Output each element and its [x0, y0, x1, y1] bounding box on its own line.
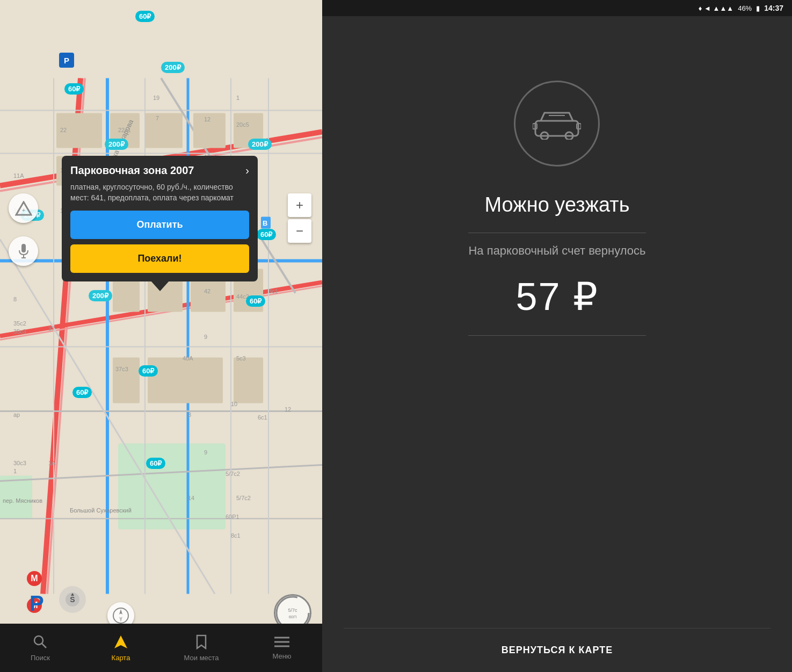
svg-text:7: 7: [156, 115, 159, 121]
zoom-out-button[interactable]: −: [288, 219, 311, 243]
nav-places-label: Мои места: [184, 654, 219, 662]
zoom-in-button[interactable]: +: [288, 193, 311, 217]
svg-text:60Р1: 60Р1: [226, 514, 239, 520]
car-svg-icon: [533, 107, 581, 140]
svg-marker-92: [119, 609, 122, 615]
bookmark-icon: [195, 634, 208, 652]
svg-text:8: 8: [13, 296, 17, 302]
amount-display: 57 ₽: [515, 274, 598, 319]
search-svg-icon: [33, 634, 48, 649]
svg-text:12: 12: [204, 116, 210, 122]
microphone-button[interactable]: [9, 236, 38, 266]
svg-text:10: 10: [231, 401, 237, 407]
svg-text:9: 9: [204, 334, 207, 340]
map-zoom-controls: + −: [288, 193, 311, 243]
battery-percent: 46%: [738, 4, 752, 12]
svg-text:19: 19: [153, 95, 159, 101]
battery-icon: ▮: [756, 4, 760, 12]
status-bar: ♦ ◄ ▲▲▲ 46% ▮ 14:37: [322, 0, 792, 16]
price-badge-60-3: 60₽: [257, 229, 276, 240]
svg-text:Большой Сухаревский: Большой Сухаревский: [70, 507, 132, 514]
back-to-map-button[interactable]: ВЕРНУТЬСЯ К КАРТЕ: [502, 645, 613, 656]
pay-button[interactable]: Оплатить: [70, 211, 249, 239]
nav-search-label: Поиск: [31, 654, 50, 662]
navigation-svg-icon: [113, 634, 128, 649]
popup-header: Парковочная зона 2007 ›: [70, 164, 249, 177]
microphone-icon: [17, 244, 30, 259]
info-panel: ♦ ◄ ▲▲▲ 46% ▮ 14:37 Можно уезжать На пар…: [322, 0, 792, 672]
svg-text:1: 1: [13, 468, 17, 474]
popup-description: платная, круглосуточно, 60 руб./ч., коли…: [70, 182, 249, 203]
svg-rect-88: [21, 244, 26, 252]
nav-menu-label: Меню: [272, 652, 291, 660]
go-button[interactable]: Поехали!: [70, 244, 249, 273]
nav-item-places[interactable]: Мои места: [161, 624, 242, 672]
hamburger-svg-icon: [274, 636, 289, 648]
svg-text:22: 22: [60, 127, 67, 133]
price-badge-200-3: 200₽: [248, 139, 272, 150]
price-badge-60-1: 60₽: [135, 11, 155, 22]
svg-text:22с1: 22с1: [118, 127, 131, 133]
svg-text:9: 9: [204, 449, 207, 456]
svg-text:3с1: 3с1: [268, 288, 278, 294]
menu-icon: [274, 636, 289, 650]
svg-text:42: 42: [204, 288, 210, 294]
svg-text:5/7с: 5/7с: [288, 608, 297, 613]
bottom-navigation: Поиск Карта Мои места: [0, 624, 322, 672]
svg-text:3: 3: [188, 411, 191, 418]
triangle-alert-button[interactable]: +: [9, 193, 38, 223]
status-icons: ♦ ◄ ▲▲▲: [699, 4, 733, 12]
map-panel: Академика Сахарова Уланский пер пер. Мяс…: [0, 0, 322, 672]
svg-text:5с3: 5с3: [236, 355, 246, 362]
price-badge-200-5: 200₽: [89, 290, 112, 301]
svg-text:5/7с2: 5/7с2: [236, 495, 251, 501]
svg-point-100: [34, 636, 43, 645]
svg-text:30с3: 30с3: [13, 460, 26, 466]
triangle-alert-icon: +: [15, 201, 32, 216]
svg-text:37с3: 37с3: [115, 366, 128, 372]
price-badge-60-6: 60₽: [72, 387, 92, 398]
popup-title: Парковочная зона 2007: [70, 164, 194, 177]
svg-rect-38: [234, 358, 263, 403]
popup-arrow-icon[interactable]: ›: [245, 164, 249, 177]
svg-rect-1: [118, 444, 226, 530]
svg-rect-37: [148, 358, 223, 403]
divider-bottom: [468, 335, 645, 336]
svg-text:35с3: 35с3: [13, 328, 26, 335]
info-content: Можно уезжать На парковочный счет вернул…: [468, 48, 645, 628]
svg-text:8с1: 8с1: [231, 532, 241, 539]
parking-s-icon: S: [59, 586, 86, 613]
svg-text:1: 1: [236, 95, 239, 101]
nav-item-map[interactable]: Карта: [81, 624, 161, 672]
parking-zone-popup: Парковочная зона 2007 › платная, круглос…: [62, 156, 258, 281]
divider-top: [468, 233, 645, 233]
map-nav-icon: [113, 634, 128, 652]
svg-text:60П: 60П: [289, 615, 297, 619]
svg-text:14: 14: [188, 495, 194, 501]
svg-text:37: 37: [48, 326, 55, 332]
svg-rect-26: [145, 113, 183, 148]
price-badge-60-4: 60₽: [246, 295, 265, 307]
parking-p-badge: P: [59, 53, 74, 68]
svg-text:35с2: 35с2: [13, 320, 26, 327]
svg-text:12: 12: [285, 406, 291, 413]
svg-text:пер. Мясников: пер. Мясников: [3, 497, 42, 504]
parking-arrow-icon: S: [64, 591, 81, 608]
metro-icon-1: М: [27, 571, 42, 586]
svg-text:1А: 1А: [48, 460, 56, 466]
main-title: Можно уезжать: [484, 193, 629, 216]
svg-marker-93: [119, 617, 122, 622]
search-icon: [33, 634, 48, 652]
nav-item-search[interactable]: Поиск: [0, 624, 81, 672]
svg-text:5/7с2: 5/7с2: [226, 471, 240, 477]
price-badge-60-5: 60₽: [139, 365, 158, 377]
price-badge-60-7: 60₽: [146, 458, 165, 469]
svg-text:B: B: [263, 219, 267, 227]
parking-large-p: P: [30, 591, 44, 616]
compass-icon: [112, 607, 129, 624]
car-icon-circle: [514, 81, 600, 167]
price-badge-200-1: 200₽: [161, 62, 185, 73]
nav-item-menu[interactable]: Меню: [242, 624, 322, 672]
time-display: 14:37: [764, 4, 783, 12]
nav-map-label: Карта: [112, 654, 130, 662]
